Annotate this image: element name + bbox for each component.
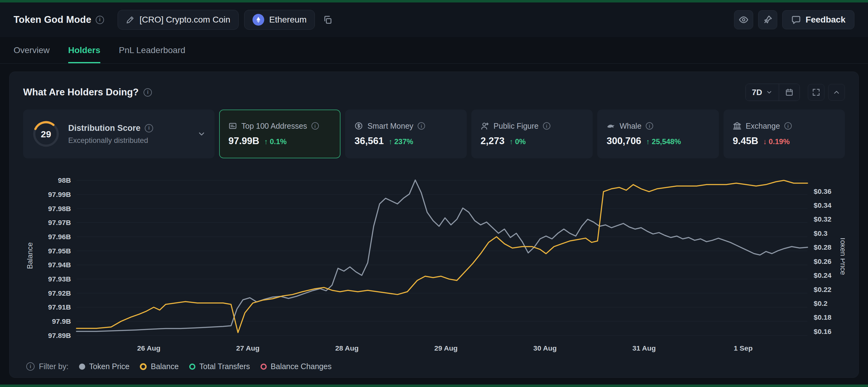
info-icon[interactable]: i	[145, 124, 153, 132]
collapse-button[interactable]	[828, 84, 845, 101]
calendar-button[interactable]	[779, 84, 800, 101]
pin-button[interactable]	[758, 10, 777, 29]
svg-text:97.95B: 97.95B	[48, 247, 71, 255]
change-value: 0.19%	[769, 137, 789, 146]
header-actions: Feedback	[734, 10, 855, 29]
change-arrow-icon: ↓	[763, 137, 767, 146]
line-chart[interactable]: 98B97.99B97.98B97.97B97.96B97.95B97.94B9…	[23, 165, 845, 358]
svg-text:29 Aug: 29 Aug	[434, 344, 458, 352]
calendar-icon	[785, 88, 793, 96]
svg-text:97.98B: 97.98B	[48, 204, 71, 213]
legend-label-text: Balance	[151, 362, 178, 371]
info-icon[interactable]: i	[96, 16, 104, 24]
svg-text:1 Sep: 1 Sep	[734, 344, 752, 352]
info-icon[interactable]: i	[784, 122, 792, 130]
chart-legend: i Filter by: Token Price Balance Total T…	[23, 362, 845, 371]
stat-card-public-figure[interactable]: Public Figure i 2,273 ↑0%	[471, 109, 593, 158]
change-value: 0%	[515, 137, 526, 146]
svg-text:31 Aug: 31 Aug	[632, 344, 656, 352]
page-title: Token God Mode i	[13, 14, 104, 25]
stat-label: Public Figure	[494, 122, 539, 131]
panel-window-controls	[808, 84, 845, 101]
range-control-group: 7D	[745, 84, 800, 101]
svg-text:$0.36: $0.36	[814, 187, 831, 195]
stats-row: 29 Distribution Score i Exceptionally di…	[23, 109, 845, 158]
stat-card-exchange[interactable]: Exchange i 9.45B ↓0.19%	[723, 109, 845, 158]
stat-card-smart-money[interactable]: Smart Money i 36,561 ↑237%	[345, 109, 466, 158]
tab-holders[interactable]: Holders	[68, 37, 100, 63]
svg-text:27 Aug: 27 Aug	[236, 344, 259, 352]
svg-text:97.9B: 97.9B	[52, 317, 71, 325]
svg-text:97.94B: 97.94B	[48, 261, 71, 269]
token-selector[interactable]: [CRO] Crypto.com Coin	[118, 10, 239, 30]
svg-text:97.89B: 97.89B	[48, 331, 71, 340]
info-icon[interactable]: i	[311, 122, 319, 130]
copy-button[interactable]	[320, 13, 335, 27]
chain-selector[interactable]: Ethereum	[244, 10, 315, 30]
balance-dot	[140, 363, 147, 370]
card-icon	[228, 122, 237, 130]
legend-item-total-transfers[interactable]: Total Transfers	[189, 362, 250, 371]
svg-text:$0.28: $0.28	[814, 243, 832, 251]
bottom-accent-bar	[0, 385, 868, 387]
svg-text:30 Aug: 30 Aug	[533, 344, 557, 352]
legend-item-balance-changes[interactable]: Balance Changes	[260, 362, 332, 371]
stat-value: 9.45B	[733, 135, 758, 147]
change-arrow-icon: ↑	[264, 137, 268, 146]
page-title-text: Token God Mode	[13, 14, 91, 25]
main-content: What Are Holders Doing? i 7D	[0, 64, 868, 386]
info-icon[interactable]: i	[26, 362, 35, 370]
feedback-label: Feedback	[806, 15, 845, 25]
info-icon[interactable]: i	[543, 122, 550, 130]
svg-text:$0.34: $0.34	[814, 201, 832, 209]
legend-label-text: Balance Changes	[271, 362, 332, 371]
info-icon[interactable]: i	[646, 122, 653, 130]
chevron-up-icon	[833, 88, 840, 96]
panel-header: What Are Holders Doing? i 7D	[23, 83, 845, 102]
stat-card-whale[interactable]: Whale i 300,706 ↑25,548%	[597, 109, 719, 158]
chevron-down-icon[interactable]	[197, 130, 206, 138]
ethereum-icon	[252, 14, 264, 26]
legend-label-text: Token Price	[89, 362, 130, 371]
svg-text:98B: 98B	[58, 176, 71, 184]
change-value: 0.1%	[270, 137, 287, 146]
distribution-score-subtitle: Exceptionally distributed	[68, 136, 153, 145]
eye-icon	[739, 15, 748, 25]
distribution-score-card[interactable]: 29 Distribution Score i Exceptionally di…	[23, 109, 215, 158]
stat-card-top-100-addresses[interactable]: Top 100 Addresses i 97.99B ↑0.1%	[219, 109, 340, 158]
total-transfers-dot	[189, 363, 195, 370]
svg-text:$0.2: $0.2	[814, 299, 828, 308]
feedback-button[interactable]: Feedback	[782, 10, 855, 29]
bank-icon	[733, 122, 741, 130]
info-icon[interactable]: i	[417, 122, 425, 130]
app-header: Token God Mode i [CRO] Crypto.com Coin E…	[0, 2, 868, 37]
range-selector[interactable]: 7D	[746, 84, 779, 101]
holders-chart[interactable]: 98B97.99B97.98B97.97B97.96B97.95B97.94B9…	[23, 165, 845, 358]
svg-text:97.97B: 97.97B	[48, 219, 71, 227]
token-price-dot	[79, 363, 85, 370]
svg-text:$0.3: $0.3	[814, 229, 828, 237]
svg-text:$0.16: $0.16	[814, 327, 831, 335]
token-selector-label: [CRO] Crypto.com Coin	[140, 15, 230, 25]
pencil-icon	[126, 15, 134, 24]
panel-title-text: What Are Holders Doing?	[23, 87, 138, 98]
pin-icon	[763, 15, 773, 25]
filter-by-label: i Filter by:	[26, 362, 68, 371]
stat-change: ↓0.19%	[763, 137, 789, 146]
tab-pnl-leaderboard[interactable]: PnL Leaderboard	[119, 37, 185, 63]
balance-changes-dot	[260, 363, 267, 370]
legend-item-token-price[interactable]: Token Price	[79, 362, 130, 371]
chat-bubble-icon	[791, 15, 801, 25]
info-icon[interactable]: i	[144, 88, 152, 97]
stat-label: Whale	[620, 122, 642, 131]
watchlist-button[interactable]	[734, 10, 753, 29]
panel-controls: 7D	[745, 84, 845, 101]
stat-value: 97.99B	[228, 135, 259, 147]
tab-bar: Overview Holders PnL Leaderboard	[0, 37, 868, 64]
svg-text:97.96B: 97.96B	[48, 233, 71, 241]
stat-change: ↑0.1%	[264, 137, 287, 146]
legend-item-balance[interactable]: Balance	[140, 362, 178, 371]
svg-text:97.99B: 97.99B	[48, 190, 71, 198]
tab-overview[interactable]: Overview	[13, 37, 50, 63]
expand-button[interactable]	[808, 84, 825, 101]
